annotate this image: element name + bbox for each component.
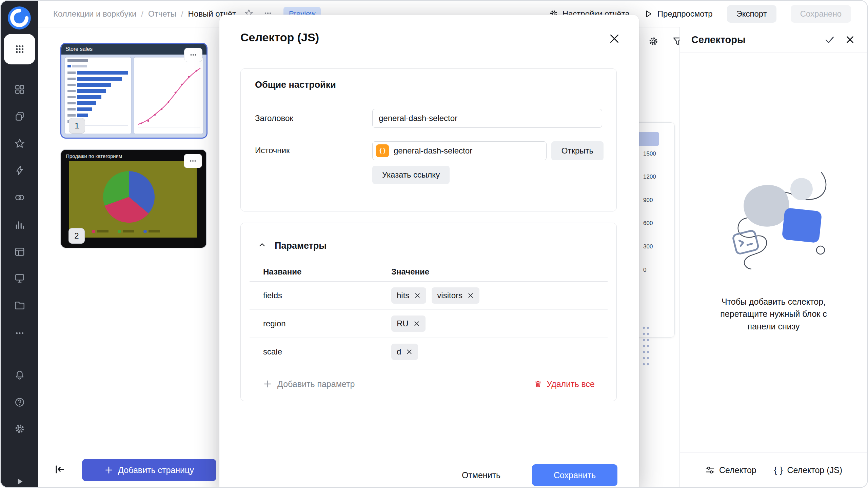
page-number-badge: 1 bbox=[69, 118, 85, 134]
parameters-footer: Добавить параметр Удалить все bbox=[250, 366, 608, 402]
charts-icon[interactable] bbox=[14, 219, 25, 230]
play-icon bbox=[644, 9, 653, 19]
delete-all-button[interactable]: Удалить все bbox=[534, 379, 595, 389]
all-services-button[interactable] bbox=[4, 34, 35, 64]
title-input[interactable] bbox=[372, 109, 602, 128]
selector-block-label: Селектор bbox=[719, 465, 756, 475]
apps-grid-icon bbox=[14, 43, 25, 55]
js-source-icon: { } bbox=[376, 144, 389, 157]
settings-icon[interactable] bbox=[14, 423, 25, 434]
saved-button: Сохранено bbox=[791, 5, 851, 23]
apply-check-icon[interactable] bbox=[824, 34, 835, 45]
preview-label: Предпросмотр bbox=[657, 9, 713, 19]
remove-chip-icon[interactable] bbox=[406, 348, 413, 355]
help-icon[interactable] bbox=[14, 396, 25, 408]
sidebar bbox=[1, 1, 38, 487]
collections-icon[interactable] bbox=[14, 110, 25, 122]
pages-panel: Store sales bbox=[38, 27, 217, 487]
dashboards-icon[interactable] bbox=[14, 84, 25, 95]
modal-title: Селектор (JS) bbox=[240, 31, 319, 44]
parameters-table: Название Значение fields hits visitors bbox=[250, 258, 608, 402]
monitoring-icon[interactable] bbox=[14, 272, 25, 284]
braces-icon: { } bbox=[774, 465, 783, 475]
column-name-header: Название bbox=[250, 267, 388, 277]
param-name: fields bbox=[250, 291, 388, 300]
source-field-label: Источник bbox=[255, 146, 290, 155]
breadcrumb-collections[interactable]: Коллекции и воркбуки bbox=[53, 9, 136, 19]
remove-chip-icon[interactable] bbox=[413, 320, 420, 327]
modal-actions: Отменить Сохранить bbox=[219, 464, 639, 486]
y-axis-tick: 0 bbox=[643, 267, 646, 273]
general-settings-card: Общие настройки Заголовок Источник { } g… bbox=[240, 68, 617, 211]
sliders-icon bbox=[705, 465, 715, 475]
add-page-button[interactable]: Добавить страницу bbox=[82, 459, 216, 481]
page-thumbnail-2[interactable]: Продажи по категориям 2 bbox=[60, 149, 207, 248]
more-icon[interactable] bbox=[14, 327, 25, 339]
param-name: scale bbox=[250, 347, 388, 357]
close-panel-icon[interactable] bbox=[844, 34, 856, 45]
add-parameter-button[interactable]: Добавить параметр bbox=[250, 379, 355, 389]
collapse-section-icon[interactable] bbox=[258, 241, 267, 251]
y-axis-tick: 900 bbox=[643, 197, 653, 204]
selectors-panel: Селекторы Чтобы добавить селектор, bbox=[679, 27, 867, 487]
y-axis-tick: 1200 bbox=[643, 174, 656, 180]
add-page-label: Добавить страницу bbox=[118, 465, 194, 475]
page-more-button[interactable] bbox=[184, 154, 202, 168]
specify-link-button[interactable]: Указать ссылку bbox=[372, 166, 450, 184]
modal-close-icon[interactable] bbox=[608, 32, 621, 45]
breadcrumb-reports[interactable]: Отчеты bbox=[148, 9, 176, 19]
param-row-region: region RU bbox=[250, 310, 608, 338]
title-field-label: Заголовок bbox=[255, 114, 293, 123]
selectors-hint-text: Чтобы добавить селектор, перетащите нужн… bbox=[715, 296, 832, 332]
services-rings-icon[interactable] bbox=[14, 192, 25, 203]
general-settings-heading: Общие настройки bbox=[255, 80, 336, 90]
y-axis-tick: 300 bbox=[643, 243, 653, 250]
widget-gear-icon[interactable] bbox=[648, 36, 659, 47]
selector-blocks-bar: Селектор { } Селектор (JS) bbox=[680, 452, 867, 487]
page-thumbnail-1[interactable]: Store sales bbox=[60, 43, 208, 139]
selector-js-block[interactable]: { } Селектор (JS) bbox=[774, 465, 842, 475]
page-number-badge: 2 bbox=[68, 228, 85, 244]
delete-all-label: Удалить все bbox=[547, 379, 595, 389]
favorites-icon[interactable] bbox=[14, 138, 25, 149]
source-select[interactable]: { } general-dash-selector bbox=[372, 141, 547, 160]
export-button[interactable]: Экспорт bbox=[727, 5, 776, 23]
page-more-button[interactable] bbox=[184, 48, 202, 62]
datalens-logo[interactable] bbox=[7, 5, 32, 30]
remove-chip-icon[interactable] bbox=[414, 292, 421, 299]
trash-icon bbox=[534, 380, 542, 388]
plus-icon bbox=[263, 380, 272, 388]
expand-sidebar-icon[interactable] bbox=[14, 476, 25, 487]
storage-icon[interactable] bbox=[14, 300, 25, 311]
param-value-chip[interactable]: d bbox=[391, 344, 418, 360]
cancel-button[interactable]: Отменить bbox=[449, 464, 513, 486]
quick-actions-icon[interactable] bbox=[14, 165, 25, 176]
param-value-chip[interactable]: RU bbox=[391, 316, 426, 332]
parameters-heading: Параметры bbox=[275, 241, 327, 251]
chip-label: RU bbox=[397, 319, 409, 328]
open-source-button[interactable]: Открыть bbox=[551, 141, 604, 160]
chart-dots bbox=[642, 325, 649, 367]
parameters-card: Параметры Название Значение fields hits bbox=[240, 223, 617, 401]
column-value-header: Значение bbox=[388, 267, 429, 277]
chip-label: visitors bbox=[437, 291, 462, 300]
collapse-pages-panel-button[interactable] bbox=[48, 458, 71, 481]
remove-chip-icon[interactable] bbox=[467, 292, 474, 299]
param-name: region bbox=[250, 319, 388, 328]
y-axis-tick: 600 bbox=[643, 220, 653, 227]
table-header-row: Название Значение bbox=[250, 258, 608, 282]
param-row-fields: fields hits visitors bbox=[250, 282, 608, 310]
breadcrumb-separator: / bbox=[181, 9, 183, 19]
datasets-icon[interactable] bbox=[14, 246, 25, 258]
selector-js-modal: Селектор (JS) Общие настройки Заголовок … bbox=[219, 15, 639, 488]
param-value-chip[interactable]: visitors bbox=[432, 287, 479, 304]
notifications-icon[interactable] bbox=[14, 369, 25, 381]
chip-label: hits bbox=[397, 291, 409, 300]
preview-button[interactable]: Предпросмотр bbox=[644, 9, 713, 19]
save-button[interactable]: Сохранить bbox=[532, 464, 617, 486]
app-window: 1500 1200 900 600 300 0 Коллекции и ворк… bbox=[0, 0, 868, 488]
selector-block[interactable]: Селектор bbox=[705, 465, 756, 475]
selectors-panel-title: Селекторы bbox=[691, 34, 815, 45]
selectors-panel-header: Селекторы bbox=[680, 27, 867, 53]
param-value-chip[interactable]: hits bbox=[391, 287, 426, 304]
